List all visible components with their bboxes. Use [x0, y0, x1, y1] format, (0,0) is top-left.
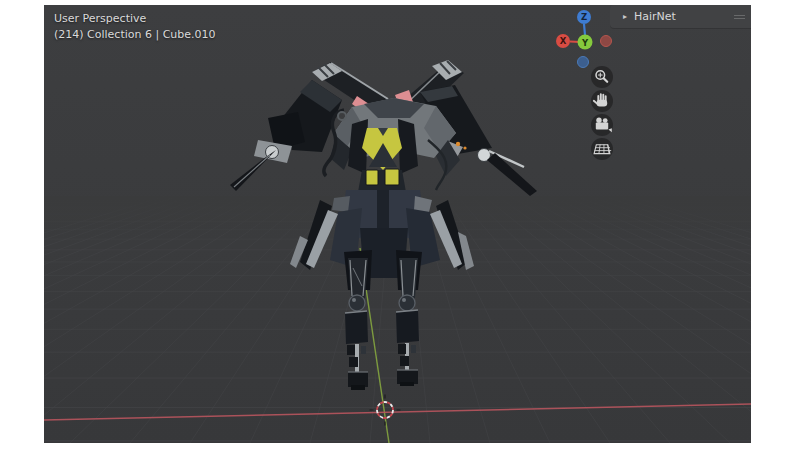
model-yellow-pack-left	[366, 170, 378, 185]
model-left-shin	[345, 311, 368, 344]
model-right-toe	[400, 382, 414, 386]
grid-line	[397, 126, 751, 443]
panel-grip-handle[interactable]	[734, 15, 745, 21]
grid-line	[397, 126, 751, 443]
model-left-knee-glint	[352, 298, 356, 302]
model-left-blade-slit	[234, 155, 270, 187]
grid-line	[397, 126, 751, 443]
model-yellow-pack-right	[385, 169, 399, 185]
model-orange-light1	[456, 142, 460, 146]
grid-line	[397, 126, 550, 443]
grid-line	[397, 126, 751, 443]
grid-line	[397, 126, 751, 443]
gizmo-x-label: X	[560, 36, 567, 46]
grid-line	[397, 126, 670, 443]
gizmo-neg-z-ball[interactable]	[578, 57, 589, 68]
sidebar-panel-hairnet[interactable]: ▸ HairNet	[610, 5, 751, 28]
model-orange-light2	[463, 146, 466, 149]
model-left-toe	[351, 385, 365, 390]
model-left-ankle-block2	[349, 357, 358, 367]
model-right-knee	[399, 295, 415, 311]
model-right-ankle-block2	[400, 356, 409, 366]
gizmo-z-label: Z	[581, 12, 587, 22]
grid-line	[397, 126, 751, 443]
grid-line	[397, 126, 751, 443]
model-waist-plate-left	[332, 196, 350, 212]
perspective-toggle-button[interactable]	[591, 138, 613, 160]
panel-title: HairNet	[634, 10, 676, 23]
pan-button[interactable]	[591, 90, 613, 112]
x-axis-line	[44, 404, 751, 420]
model-right-shin	[396, 310, 419, 343]
3d-viewport[interactable]: Z X Y	[44, 5, 751, 443]
model-right-ankle-block3	[411, 345, 416, 353]
nav-gizmo[interactable]: Z X Y	[556, 10, 612, 68]
model-right-knee-glint	[402, 298, 406, 302]
model-right-blade	[487, 153, 537, 196]
grid-line	[397, 126, 751, 443]
gizmo-y-label: Y	[581, 38, 589, 48]
model-left-ankle-block3	[361, 346, 366, 354]
model-right-ankle-block1	[398, 344, 406, 354]
model-left-knee	[349, 295, 365, 311]
grid-line	[397, 126, 751, 443]
gizmo-z-stem	[584, 24, 585, 35]
grid-line	[397, 126, 751, 443]
camera-view-button[interactable]	[591, 114, 613, 136]
model-cable-ring	[338, 112, 346, 120]
model-left-ankle-block1	[347, 345, 355, 355]
gizmo-neg-x-ball[interactable]	[601, 36, 612, 47]
grid-line	[397, 126, 751, 443]
panel-collapse-arrow-icon[interactable]: ▸	[623, 12, 627, 21]
model-right-foot	[397, 370, 418, 384]
desktop-canvas: { "viewport_overlay": { "line1": "User P…	[0, 0, 800, 458]
grid-line	[397, 126, 751, 443]
viewport-scene: Z X Y	[44, 5, 751, 443]
viewport-toolbar	[591, 66, 613, 160]
zoom-button[interactable]	[591, 66, 613, 88]
model-left-foot	[348, 372, 368, 387]
